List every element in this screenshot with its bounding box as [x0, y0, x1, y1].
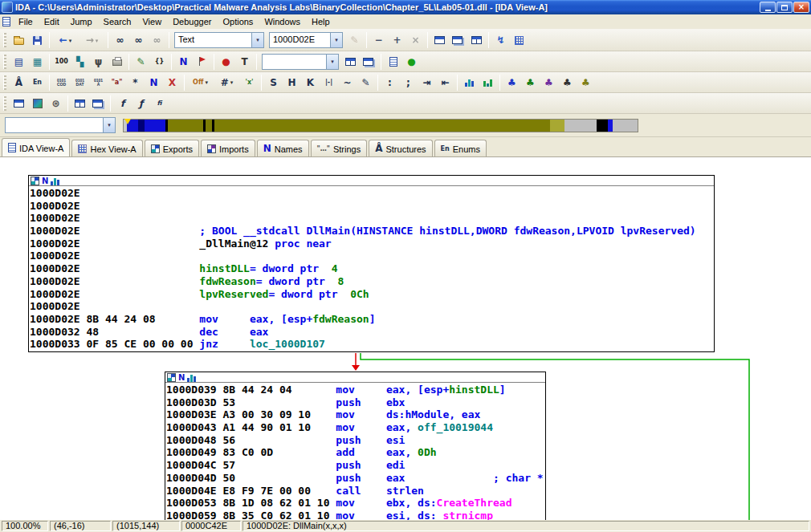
const-icon[interactable]: K	[301, 74, 320, 91]
toolbar-grip[interactable]	[3, 33, 6, 47]
node-2[interactable]: N1000D039 8B 44 24 04 mov eax, [esp+hins…	[165, 372, 546, 520]
graph-view-icon[interactable]: ▦	[28, 53, 47, 70]
asm-line[interactable]: 1000D04D 50 push eax ; char *	[166, 472, 544, 485]
app-icon[interactable]	[2, 2, 13, 13]
chart-overview-icon[interactable]	[479, 74, 497, 91]
menu-options[interactable]: Options	[217, 15, 259, 28]
print-icon[interactable]	[108, 53, 126, 70]
menu-jump[interactable]: Jump	[65, 15, 98, 28]
search-text-icon[interactable]: ∞	[129, 32, 148, 49]
asm-line[interactable]: 1000D043 A1 44 90 01 10 mov eax, off_100…	[166, 421, 544, 434]
navband-segment[interactable]	[168, 120, 203, 132]
asm-line[interactable]: 1000D03D 53 push ebx	[166, 396, 544, 409]
tab-exports[interactable]: Exports	[145, 140, 199, 156]
flag-icon[interactable]	[193, 53, 211, 70]
asm-line[interactable]: 1000D02E fdwReason= dword ptr 8	[30, 275, 713, 288]
navband-segment[interactable]	[564, 120, 597, 132]
structures-icon[interactable]: Å	[10, 74, 28, 91]
make-data-icon[interactable]: 0101DAT	[71, 74, 89, 91]
graph-green-icon[interactable]: ♣	[521, 74, 540, 91]
gear-icon[interactable]: ⊛	[47, 95, 65, 112]
flow-chart-icon[interactable]: ▚	[71, 53, 89, 70]
menu-help[interactable]: Help	[306, 15, 336, 28]
toolbar-grip[interactable]	[3, 96, 6, 111]
back-icon-dropdown[interactable]: ▾	[69, 38, 72, 43]
asm-line[interactable]: 1000D02E 8B 44 24 08 mov eax, [esp+fdwRe…	[30, 313, 713, 326]
navband-segment[interactable]	[206, 120, 212, 132]
asm-line[interactable]: 1000D02E	[30, 200, 713, 213]
cascade-windows-icon[interactable]	[449, 32, 467, 49]
address-combo-arrow[interactable]: ▾	[330, 33, 342, 47]
graph-dark-icon[interactable]: ♣	[558, 74, 577, 91]
asm-line[interactable]: 1000D04C 57 push edi	[166, 459, 544, 472]
node-view-icon[interactable]	[31, 177, 39, 185]
toolbar-grip[interactable]	[3, 75, 6, 90]
node-chart-icon[interactable]	[51, 177, 60, 185]
enums-icon[interactable]: En	[28, 74, 47, 91]
make-code-icon[interactable]: 0101COD	[52, 74, 71, 91]
navband[interactable]	[123, 119, 638, 132]
breakpoint-icon[interactable]: ●	[217, 53, 235, 70]
colon-icon[interactable]: :	[381, 74, 399, 91]
flowchart-icon[interactable]: ↯	[491, 32, 510, 49]
asm-line[interactable]: 1000D032 48 dec eax	[30, 326, 713, 339]
asm-line[interactable]: 1000D02E	[30, 300, 713, 313]
asm-line[interactable]: 1000D059 8B 35 C0 62 01 10 mov esi, ds:_…	[166, 510, 544, 520]
search-icon[interactable]: ∞	[111, 32, 129, 49]
patch-icon[interactable]: ✎	[357, 74, 375, 91]
navband-segment[interactable]	[214, 120, 550, 132]
close-view-icon[interactable]: ×	[406, 32, 425, 49]
node-view-icon[interactable]	[167, 373, 176, 382]
window-tile-icon[interactable]	[341, 53, 360, 70]
asm-line[interactable]: 1000D02E hinstDLL= dword ptr 4	[30, 262, 713, 275]
notes-icon[interactable]	[384, 53, 402, 70]
close-button[interactable]: ×	[793, 2, 809, 13]
back-icon[interactable]: ←▾	[52, 32, 79, 49]
minimize-button[interactable]	[760, 2, 776, 13]
navband-segment[interactable]	[145, 120, 165, 132]
highlight-icon[interactable]: ✎	[345, 32, 364, 49]
bitfield-icon[interactable]: |-|	[320, 74, 338, 91]
process-combo-arrow[interactable]: ▾	[326, 55, 338, 69]
navband-segment[interactable]	[597, 120, 608, 132]
tab-hex-view-a[interactable]: Hex View-A	[71, 140, 142, 156]
asm-line[interactable]: 1000D049 83 C0 0D add eax, 0Dh	[166, 446, 544, 459]
undefine-icon[interactable]: X	[163, 74, 181, 91]
semicolon-icon[interactable]: ;	[399, 74, 418, 91]
asm-line[interactable]: 1000D02E _DllMain@12 proc near	[30, 238, 713, 250]
forward-icon[interactable]: →▾	[79, 32, 105, 49]
script-icon[interactable]: ✎	[132, 53, 150, 70]
search-bytes-icon[interactable]: ∞	[148, 32, 166, 49]
hide-icon[interactable]: H	[283, 74, 301, 91]
navband-segment[interactable]	[550, 120, 564, 132]
tab-strings[interactable]: "…"Strings	[311, 140, 368, 156]
search-scope-combo-arrow[interactable]: ▾	[251, 33, 263, 47]
tile-windows-icon[interactable]	[467, 32, 486, 49]
node-1[interactable]: N1000D02E1000D02E1000D02E1000D02E ; BOOL…	[28, 175, 715, 352]
offset-icon[interactable]: Off▾	[187, 74, 214, 91]
navband-segment[interactable]	[613, 120, 638, 132]
tab-imports[interactable]: Imports	[201, 140, 255, 156]
node-names-icon[interactable]: N	[42, 177, 48, 185]
table-view-icon[interactable]	[510, 32, 528, 49]
menu-windows[interactable]: Windows	[259, 15, 306, 28]
tab-structures[interactable]: ÅStructures	[369, 140, 432, 156]
tab-names[interactable]: NNames	[257, 140, 309, 156]
call-graph-icon[interactable]: ψ	[89, 53, 108, 70]
make-struct-icon[interactable]: 0101Å	[89, 74, 108, 91]
zoom-100-icon[interactable]: 100	[52, 53, 71, 70]
toolbar-grip[interactable]	[3, 55, 6, 69]
search-scope-combo[interactable]: Text▾	[174, 32, 264, 48]
number-icon-dropdown[interactable]: ▾	[230, 79, 234, 85]
function-f-icon[interactable]: f	[113, 95, 132, 112]
desktop-icon[interactable]	[10, 95, 28, 112]
asm-line[interactable]: 1000D048 56 push esi	[166, 434, 544, 447]
graph-blue-icon[interactable]: ♣	[503, 74, 521, 91]
plus-icon[interactable]: +	[388, 32, 406, 49]
array-icon[interactable]: *	[126, 74, 145, 91]
minus-icon[interactable]: −	[369, 32, 388, 49]
asm-line[interactable]: 1000D02E ; BOOL __stdcall DllMain(HINSTA…	[30, 225, 713, 238]
outdent-icon[interactable]: ⇤	[436, 74, 454, 91]
tab-ida-view-a[interactable]: IDA View-A	[2, 138, 70, 156]
process-combo[interactable]: ▾	[262, 54, 339, 70]
